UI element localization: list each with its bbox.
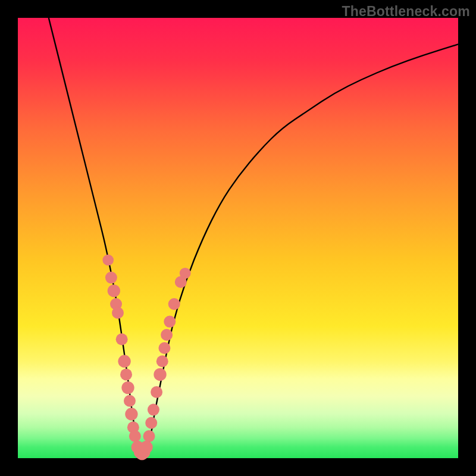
data-point: [148, 404, 159, 416]
curve-layer: [18, 18, 458, 458]
data-point: [158, 342, 170, 354]
data-point: [120, 368, 132, 380]
data-point: [116, 333, 128, 345]
plot-area: [18, 18, 458, 458]
data-point: [156, 355, 168, 367]
data-point: [143, 430, 155, 442]
data-point: [145, 417, 157, 429]
watermark-text: TheBottleneck.com: [342, 4, 470, 20]
data-point: [102, 255, 114, 266]
data-point: [140, 441, 152, 453]
data-point: [124, 395, 136, 407]
data-point: [151, 386, 162, 398]
outer-frame: TheBottleneck.com: [0, 0, 476, 476]
data-point: [161, 329, 173, 341]
bottleneck-curve: [49, 18, 458, 454]
data-point: [180, 268, 191, 279]
data-point: [168, 298, 180, 310]
data-point: [112, 307, 124, 319]
data-point: [164, 316, 176, 328]
data-point: [129, 430, 141, 442]
data-point: [105, 272, 117, 284]
data-point: [118, 355, 130, 368]
data-point: [154, 368, 166, 381]
data-points: [102, 255, 190, 461]
data-point: [125, 408, 137, 420]
data-point: [108, 284, 120, 297]
data-point: [121, 381, 134, 394]
